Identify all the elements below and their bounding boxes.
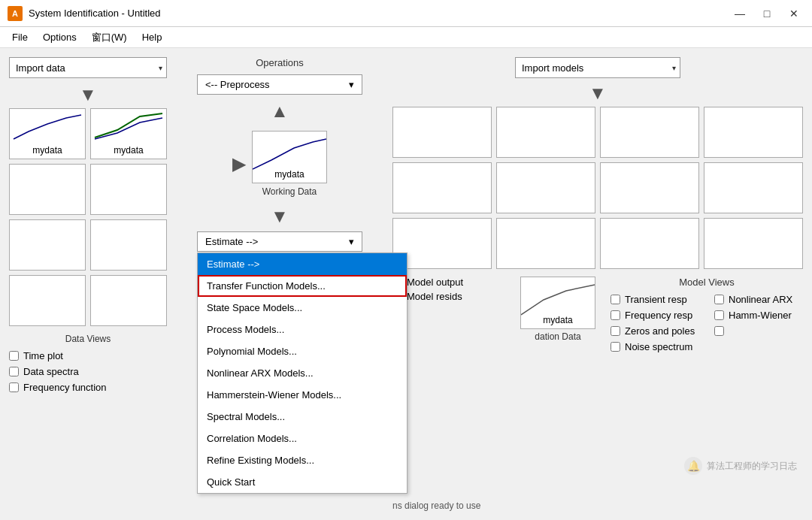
nonlinear-arx-label: Nonlinear ARX (729, 294, 792, 305)
mv-zeros-poles: Zeros and poles (611, 325, 699, 337)
estimate-arrow-down: ▼ (271, 206, 289, 227)
status-text: ns dialog ready to use (392, 500, 480, 511)
hamm-wiener-checkbox[interactable] (714, 310, 724, 320)
frequency-resp-label: Frequency resp (625, 310, 692, 321)
data-cell-1[interactable]: mydata (9, 108, 86, 159)
checkbox-frequency-function: Frequency function (9, 382, 167, 393)
model-cell-12[interactable] (704, 218, 803, 269)
model-cell-5[interactable] (392, 162, 492, 213)
model-cell-4[interactable] (704, 107, 803, 158)
model-cell-1[interactable] (392, 107, 492, 158)
data-spectra-label: Data spectra (23, 366, 79, 377)
frequency-function-label: Frequency function (23, 382, 107, 393)
watermark: 🔔 算法工程师的学习日志 (684, 457, 797, 475)
mv-nonlinear-arx: Nonlinear ARX (714, 294, 803, 305)
model-cell-2[interactable] (496, 107, 595, 158)
menu-correlation[interactable]: Correlation Models... (198, 428, 407, 449)
close-button[interactable]: ✕ (783, 5, 804, 22)
center-panel: Operations <-- Preprocess ▾ ▲ ▶ mydata (174, 57, 385, 511)
window-controls: — □ ✕ (729, 5, 804, 22)
hamm-wiener-label: Hamm-Wiener (729, 310, 792, 321)
data-cell-7[interactable] (9, 275, 86, 326)
model-cell-10[interactable] (496, 218, 595, 269)
working-data-box[interactable]: mydata (252, 131, 327, 183)
data-cell-8[interactable] (90, 275, 167, 326)
validation-mini-chart[interactable]: mydata (520, 277, 595, 329)
working-data-area: mydata Working Data (252, 131, 327, 197)
preprocess-label: <-- Preprocess (205, 79, 270, 90)
estimate-dropdown-menu: Estimate --> Transfer Function Models...… (197, 252, 408, 494)
status-bar: ns dialog ready to use (392, 496, 803, 511)
data-cell-5[interactable] (9, 219, 86, 271)
model-cell-6[interactable] (496, 162, 595, 213)
estimate-button[interactable]: Estimate --> ▾ (197, 231, 362, 252)
frequency-function-checkbox[interactable] (9, 382, 19, 392)
nonlinear-arx-checkbox[interactable] (714, 295, 724, 304)
import-models-row: Import models ▾ (392, 57, 803, 78)
menu-quick-start[interactable]: Quick Start (198, 471, 407, 493)
time-plot-checkbox[interactable] (9, 351, 19, 361)
model-cell-7[interactable] (600, 162, 699, 213)
data-cell-2[interactable]: mydata (90, 108, 167, 159)
menu-file[interactable]: File (5, 29, 35, 45)
model-cell-11[interactable] (600, 218, 699, 269)
data-cell-4[interactable] (90, 164, 167, 215)
validation-area: mydata dation Data (520, 277, 595, 352)
data-chart-1 (10, 109, 85, 145)
left-panel: Import data ▾ ▼ mydata mydata (9, 57, 167, 511)
model-views-label: Model Views (611, 277, 803, 288)
menu-spectral[interactable]: Spectral Models... (198, 406, 407, 428)
zeros-poles-checkbox[interactable] (611, 326, 620, 336)
working-data-chart (253, 132, 326, 173)
data-cell-6[interactable] (90, 219, 167, 271)
app-icon: A (8, 6, 23, 21)
menu-nonlinear-arx[interactable]: Nonlinear ARX Models... (198, 362, 407, 384)
model-resids-label: Model resids (407, 291, 462, 302)
watermark-text: 算法工程师的学习日志 (707, 460, 797, 473)
minimize-button[interactable]: — (729, 5, 750, 22)
menu-options[interactable]: Options (35, 29, 84, 45)
menu-help[interactable]: Help (135, 29, 170, 45)
model-views-section: Model output Model resids mydata dation … (392, 277, 803, 352)
maximize-button[interactable]: □ (756, 5, 777, 22)
data-chart-2 (91, 109, 166, 145)
preprocess-arrow-up: ▲ (271, 101, 289, 122)
menu-transfer-function[interactable]: Transfer Function Models... (198, 275, 407, 297)
menu-hammerstein-wiener[interactable]: Hammerstein-Wiener Models... (198, 384, 407, 406)
working-data-arrow-right: ▶ (232, 153, 246, 174)
model-cell-8[interactable] (704, 162, 803, 213)
mv-noise-spectrum: Noise spectrum (611, 341, 699, 352)
preprocess-button[interactable]: <-- Preprocess ▾ (197, 74, 362, 95)
window-title: System Identification - Untitled (29, 8, 729, 19)
menu-process-models[interactable]: Process Models... (198, 319, 407, 340)
noise-spectrum-checkbox[interactable] (611, 342, 620, 352)
import-data-select[interactable]: Import data (9, 57, 167, 78)
estimate-arrow-icon: ▾ (349, 236, 354, 247)
menu-refine[interactable]: Refine Existing Models... (198, 449, 407, 471)
model-output-section: Model output Model resids (392, 277, 505, 352)
model-cell-3[interactable] (600, 107, 699, 158)
menu-polynomial[interactable]: Polynomial Models... (198, 340, 407, 362)
empty-1-checkbox[interactable] (714, 326, 724, 336)
import-models-select[interactable]: Import models (515, 57, 680, 78)
time-plot-label: Time plot (23, 350, 63, 361)
transient-resp-checkbox[interactable] (611, 295, 620, 304)
mv-hamm-wiener: Hamm-Wiener (714, 310, 803, 321)
frequency-resp-checkbox[interactable] (611, 310, 620, 320)
menu-window[interactable]: 窗口(W) (84, 29, 135, 47)
model-views-grid: Transient resp Nonlinear ARX Frequency r… (611, 294, 803, 352)
import-data-wrapper: Import data ▾ (9, 57, 167, 78)
data-spectra-checkbox[interactable] (9, 367, 19, 376)
validation-caption: dation Data (535, 331, 580, 342)
menu-estimate[interactable]: Estimate --> (198, 253, 407, 275)
estimate-label: Estimate --> (205, 236, 258, 247)
data-views-label: Data Views (9, 334, 167, 344)
checkbox-data-spectra: Data spectra (9, 366, 167, 377)
mv-empty-1 (714, 325, 803, 337)
data-cell-label-2: mydata (114, 145, 143, 156)
data-cell-3[interactable] (9, 164, 86, 215)
model-output-row: Model output (392, 277, 505, 288)
menu-state-space[interactable]: State Space Models... (198, 297, 407, 319)
models-arrow-down: ▼ (392, 83, 803, 104)
operations-label: Operations (256, 57, 304, 68)
